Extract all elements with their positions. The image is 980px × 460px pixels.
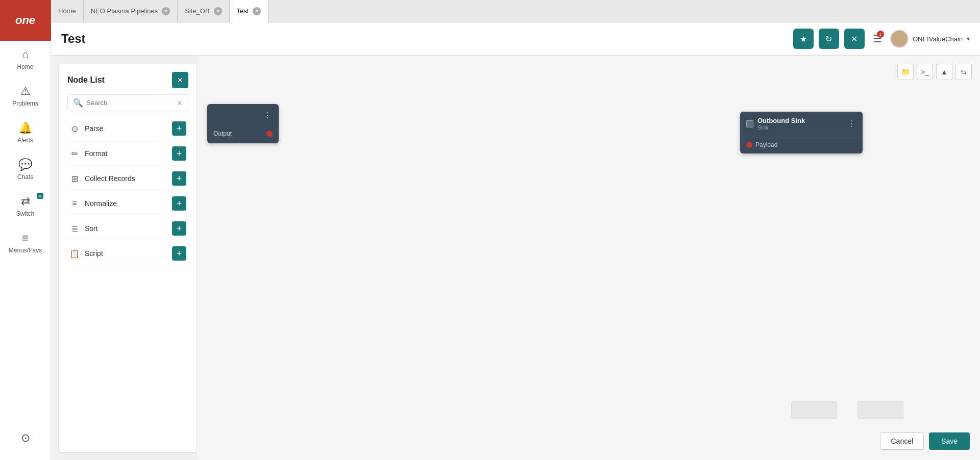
source-node[interactable]: ⋮ Output: [207, 104, 279, 143]
bell-icon: 🔔: [18, 121, 32, 135]
normalize-icon: ≡: [69, 199, 80, 208]
search-box: 🔍 ✕: [67, 94, 188, 111]
node-item-format[interactable]: ✏ Format +: [67, 142, 188, 165]
search-icon: 🔍: [73, 98, 83, 108]
normalize-label: Normalize: [85, 199, 117, 208]
cancel-button[interactable]: Cancel: [880, 432, 924, 450]
tab-site-ob-label: Site_OB: [185, 7, 209, 15]
search-clear-icon[interactable]: ✕: [177, 99, 183, 107]
sidebar-item-alerts[interactable]: 🔔 Alerts: [0, 114, 51, 151]
tab-test[interactable]: Test ✕: [230, 0, 269, 22]
collect-records-icon: ⊞: [69, 174, 80, 184]
canvas-deploy-button[interactable]: ▲: [936, 64, 952, 80]
sidebar-label-menus: Menus/Favs: [9, 247, 42, 254]
tab-home-label: Home: [58, 7, 76, 15]
tab-neo-plasma-close[interactable]: ✕: [162, 7, 170, 15]
sidebar-bottom: ⊙: [21, 424, 30, 460]
save-button[interactable]: Save: [929, 432, 970, 450]
script-icon: 📋: [69, 249, 80, 259]
sink-node-title: Outbound Sink: [757, 117, 842, 124]
user-name: ONEIValueChain: [913, 35, 963, 43]
close-header-button[interactable]: ✕: [844, 29, 865, 49]
notification-badge: 1: [877, 31, 884, 38]
sink-node-checkbox[interactable]: [746, 120, 753, 127]
format-add-button[interactable]: +: [172, 146, 186, 161]
warning-icon: ⚠: [20, 85, 31, 98]
tab-site-ob[interactable]: Site_OB ✕: [178, 0, 229, 22]
parse-add-button[interactable]: +: [172, 121, 186, 136]
search-input[interactable]: [86, 99, 174, 107]
canvas-open-button[interactable]: 📁: [897, 64, 914, 80]
main-content: Home NEO Plasma Pipelines ✕ Site_OB ✕ Te…: [51, 0, 980, 460]
collect-records-label: Collect Records: [85, 174, 135, 183]
sidebar-label-switch: Switch: [16, 210, 34, 217]
node-items-list: ⊙ Parse + ✏ Format + ⊞ Collect Records: [67, 117, 188, 265]
ghost-node-2: [857, 401, 903, 419]
collect-records-add-button[interactable]: +: [172, 171, 186, 186]
app-logo[interactable]: one: [0, 0, 51, 41]
sidebar-item-home[interactable]: ⌂ Home: [0, 41, 51, 78]
header: Test ★ ↻ ✕ ☰ 1 ONEIValueChain ▾: [51, 22, 980, 56]
node-item-collect-records[interactable]: ⊞ Collect Records +: [67, 167, 188, 190]
tab-neo-plasma[interactable]: NEO Plasma Pipelines ✕: [84, 0, 178, 22]
sink-node[interactable]: Outbound Sink Sink ⋮ Payload: [740, 112, 863, 154]
sort-add-button[interactable]: +: [172, 221, 186, 236]
tab-home[interactable]: Home: [51, 0, 84, 22]
switch-badge: ≡: [37, 193, 43, 199]
sidebar-label-alerts: Alerts: [17, 137, 33, 144]
node-list-title: Node List: [67, 75, 105, 85]
home-icon: ⌂: [22, 48, 29, 61]
sink-input-port-dot: [746, 142, 752, 148]
tab-site-ob-close[interactable]: ✕: [214, 7, 222, 15]
header-actions: ★ ↻ ✕ ☰ 1 ONEIValueChain ▾: [793, 29, 970, 49]
workspace: Node List ✕ 🔍 ✕ ⊙ Parse + ✏: [51, 56, 980, 460]
node-item-normalize[interactable]: ≡ Normalize +: [67, 192, 188, 215]
format-icon: ✏: [69, 149, 80, 159]
sidebar-item-switch[interactable]: ⇄ ≡ Switch: [0, 188, 51, 224]
canvas-terminal-button[interactable]: >_: [917, 64, 933, 80]
sidebar-item-chats[interactable]: 💬 Chats: [0, 151, 51, 188]
sidebar-item-menus[interactable]: ≡ Menus/Favs: [0, 224, 51, 261]
tab-bar: Home NEO Plasma Pipelines ✕ Site_OB ✕ Te…: [51, 0, 980, 22]
refresh-button[interactable]: ↻: [819, 29, 839, 49]
sidebar-label-chats: Chats: [17, 173, 33, 181]
ghost-node-1: [791, 401, 837, 419]
sidebar-item-problems[interactable]: ⚠ Problems: [0, 78, 51, 114]
tab-test-label: Test: [237, 7, 249, 15]
canvas-area: 📁 >_ ▲ ⇆ ⋮ Output Out: [197, 56, 980, 460]
normalize-add-button[interactable]: +: [172, 196, 186, 211]
output-port-dot: [266, 131, 273, 137]
node-item-script[interactable]: 📋 Script +: [67, 242, 188, 265]
star-button[interactable]: ★: [793, 29, 814, 49]
switch-icon: ⇄: [21, 195, 30, 208]
sidebar-item-profile[interactable]: ⊙: [21, 424, 30, 452]
sink-payload-label: Payload: [755, 141, 777, 148]
chevron-down-icon: ▾: [967, 35, 970, 42]
node-list-header: Node List ✕: [67, 72, 188, 88]
user-area[interactable]: ONEIValueChain ▾: [890, 30, 970, 48]
canvas-fit-button[interactable]: ⇆: [955, 64, 972, 80]
sink-node-menu-button[interactable]: ⋮: [846, 118, 856, 130]
logo-text: one: [15, 14, 35, 27]
sidebar-nav: ⌂ Home ⚠ Problems 🔔 Alerts 💬 Chats ⇄ ≡ S…: [0, 41, 51, 424]
source-node-menu-button[interactable]: ⋮: [262, 109, 273, 121]
close-node-list-button[interactable]: ✕: [172, 72, 188, 88]
sink-node-subtitle: Sink: [757, 124, 842, 131]
profile-icon: ⊙: [21, 431, 30, 445]
chat-icon: 💬: [18, 158, 32, 171]
node-item-sort[interactable]: ≣ Sort +: [67, 217, 188, 240]
parse-icon: ⊙: [69, 124, 80, 134]
node-item-parse[interactable]: ⊙ Parse +: [67, 117, 188, 140]
sidebar: one ⌂ Home ⚠ Problems 🔔 Alerts 💬 Chats ⇄…: [0, 0, 51, 460]
script-add-button[interactable]: +: [172, 246, 186, 261]
script-label: Script: [85, 249, 103, 258]
tab-neo-plasma-label: NEO Plasma Pipelines: [91, 7, 158, 15]
node-list-panel: Node List ✕ 🔍 ✕ ⊙ Parse + ✏: [59, 64, 197, 452]
menu-icon: ≡: [22, 232, 29, 245]
canvas-actions: Cancel Save: [880, 432, 970, 450]
tab-test-close[interactable]: ✕: [253, 7, 261, 15]
header-menu-button[interactable]: ☰ 1: [870, 30, 885, 48]
avatar: [890, 30, 909, 48]
page-title: Test: [61, 32, 86, 46]
sidebar-label-home: Home: [17, 63, 33, 70]
